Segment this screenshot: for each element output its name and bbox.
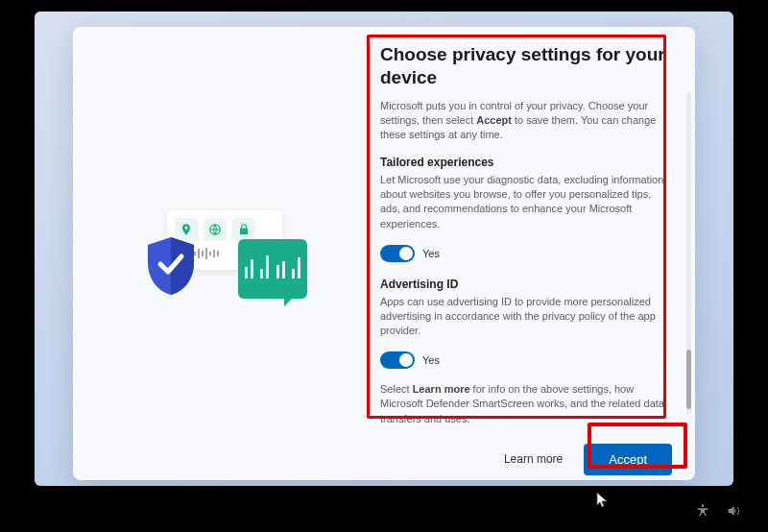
- scrollbar-thumb[interactable]: [686, 350, 691, 409]
- lock-icon: [232, 218, 255, 241]
- mouse-cursor-icon: [596, 492, 609, 509]
- section-title-tailored: Tailored experiences: [380, 156, 674, 169]
- toggle-advertising-id[interactable]: [380, 351, 415, 369]
- accessibility-icon[interactable]: [695, 503, 710, 522]
- svg-point-13: [702, 504, 705, 507]
- system-tray: [695, 503, 741, 522]
- svg-rect-7: [198, 249, 200, 258]
- shield-check-icon: [144, 235, 198, 297]
- section-desc-tailored: Let Microsoft use your diagnostic data, …: [380, 173, 674, 231]
- section-title-advertising: Advertising ID: [380, 278, 674, 291]
- toggle-label-tailored: Yes: [422, 248, 440, 259]
- globe-icon: [204, 218, 227, 241]
- volume-icon[interactable]: [726, 503, 741, 522]
- oobe-privacy-dialog: Choose privacy settings for your device …: [73, 27, 695, 480]
- toggle-label-advertising: Yes: [422, 354, 440, 366]
- footer-text: Select Learn more for info on the above …: [380, 382, 674, 426]
- privacy-content-pane: Choose privacy settings for your device …: [371, 27, 695, 480]
- svg-rect-10: [209, 252, 211, 255]
- toggle-tailored-experiences[interactable]: [380, 245, 415, 262]
- accept-button[interactable]: Accept: [584, 444, 672, 475]
- svg-rect-8: [202, 251, 204, 256]
- intro-text: Microsoft puts you in control of your pr…: [380, 99, 674, 143]
- learn-more-button[interactable]: Learn more: [504, 452, 563, 466]
- svg-rect-12: [217, 251, 219, 256]
- content-scrollbar[interactable]: [686, 92, 691, 415]
- page-title: Choose privacy settings for your device: [380, 43, 678, 89]
- svg-rect-11: [213, 250, 215, 257]
- section-desc-advertising: Apps can use advertising ID to provide m…: [380, 295, 674, 339]
- privacy-illustration: [73, 27, 371, 480]
- chat-bubble-icon: [238, 239, 307, 299]
- svg-rect-9: [205, 248, 207, 259]
